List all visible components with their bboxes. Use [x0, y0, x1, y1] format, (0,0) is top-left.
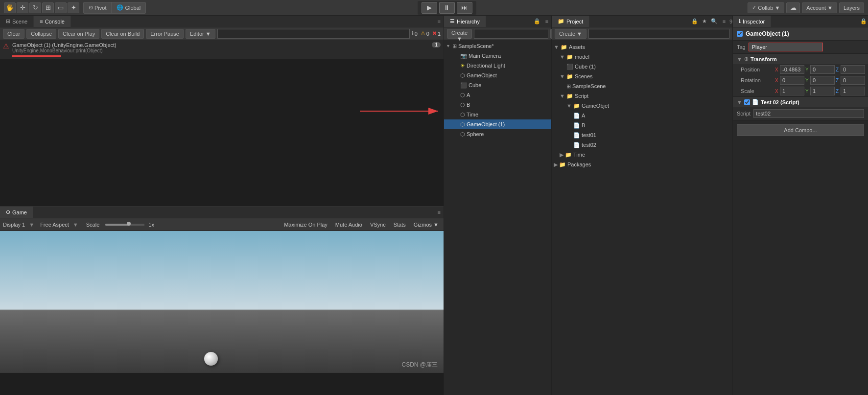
object-active-checkbox[interactable]	[737, 31, 743, 37]
rect-tool-btn[interactable]: ▭	[55, 2, 67, 13]
inspector-lock-icon[interactable]: 🔒	[859, 17, 868, 26]
move-tool-btn[interactable]: ✛	[17, 2, 28, 13]
scale-tool-btn[interactable]: ⊞	[42, 2, 54, 13]
tag-value-input[interactable]	[749, 43, 823, 51]
time-label: Time	[467, 112, 478, 117]
rot-z-input[interactable]	[841, 76, 865, 85]
transform-tool-btn[interactable]: ✦	[68, 2, 79, 13]
rot-x-input[interactable]	[780, 76, 804, 85]
rotate-tool-btn[interactable]: ↻	[29, 2, 41, 13]
gizmos-btn[interactable]: Gizmos ▼	[412, 221, 441, 228]
hierarchy-gameobject-1[interactable]: ⬡ GameObject (1)	[444, 119, 551, 129]
hierarchy-directional-light[interactable]: ☀ Directional Light	[444, 61, 551, 70]
create-label: Create	[451, 30, 468, 36]
clear-btn[interactable]: Clear	[3, 29, 24, 39]
error-pause-btn[interactable]: Error Pause	[146, 29, 184, 39]
stats-btn[interactable]: Stats	[392, 221, 408, 228]
inspector-tab-label: Inspector	[743, 19, 765, 24]
account-btn[interactable]: Account ▼	[802, 2, 837, 13]
editor-dropdown-icon: ▼	[206, 31, 211, 37]
project-star-icon[interactable]: ★	[700, 17, 709, 26]
console-entry[interactable]: ⚠ GameObject (1) (UnityEngine.GameObject…	[0, 40, 444, 59]
vsync-btn[interactable]: VSync	[368, 221, 388, 228]
tab-inspector[interactable]: ℹ Inspector	[733, 16, 771, 27]
b-script-label: B	[582, 122, 585, 128]
tab-scene[interactable]: ⊞ Scene	[0, 16, 34, 27]
layers-btn[interactable]: Layers	[839, 2, 864, 13]
project-create-btn[interactable]: Create ▼	[555, 29, 586, 39]
scale-x-input[interactable]	[780, 87, 804, 95]
tab-project[interactable]: 📁 Project	[552, 16, 589, 27]
hierarchy-gameobject[interactable]: ⬡ GameObject	[444, 70, 551, 80]
tab-menu-btn[interactable]: ≡	[435, 16, 444, 27]
gameobject-1-label: GameObject (1)	[467, 121, 505, 127]
hierarchy-a[interactable]: ⬡ A	[444, 90, 551, 100]
b-label: B	[467, 102, 470, 108]
a-script-icon: 📄	[573, 113, 580, 119]
collab-dropdown-icon: ▼	[774, 5, 780, 11]
scale-slider[interactable]	[105, 224, 144, 226]
hand-tool-btn[interactable]: 🖐	[4, 2, 16, 13]
pos-y-input[interactable]	[810, 65, 835, 74]
hierarchy-b[interactable]: ⬡ B	[444, 100, 551, 110]
project-model[interactable]: ▼ 📁 model	[552, 52, 732, 62]
project-search-icon[interactable]: 🔍	[710, 17, 719, 26]
project-packages[interactable]: ▶ 📁 Packages	[552, 160, 732, 169]
tab-console[interactable]: ≡ Console	[34, 16, 71, 27]
global-label: Global	[125, 5, 141, 11]
project-assets[interactable]: ▼ 📁 Assets	[552, 42, 732, 52]
project-b-script[interactable]: 📄 B	[552, 120, 732, 130]
global-btn[interactable]: 🌐 Global	[112, 2, 145, 13]
console-search-input[interactable]	[217, 29, 410, 39]
pause-btn[interactable]: ⏸	[439, 2, 455, 14]
log-line1: GameObject (1) (UnityEngine.GameObject)	[12, 42, 430, 48]
hierarchy-search-input[interactable]	[474, 29, 548, 39]
rot-y-input[interactable]	[810, 76, 835, 85]
step-btn[interactable]: ⏭	[457, 2, 472, 14]
collapse-btn[interactable]: Collapse	[26, 29, 56, 39]
script-active-checkbox[interactable]	[744, 99, 750, 105]
project-search-input[interactable]	[588, 29, 729, 39]
mute-audio-btn[interactable]: Mute Audio	[333, 221, 364, 228]
script-value-input[interactable]	[753, 109, 864, 118]
scene-root-item[interactable]: ▼ ⊞ SampleScene*	[444, 41, 551, 51]
game-tab-menu-btn[interactable]: ≡	[435, 207, 444, 218]
transform-header[interactable]: ▼ ⊕ Transform	[733, 54, 868, 64]
script-component-header[interactable]: ▼ 📄 Test 02 (Script)	[733, 97, 868, 107]
hierarchy-lock-icon[interactable]: 🔒	[533, 17, 541, 26]
editor-btn[interactable]: Editor ▼	[186, 29, 215, 39]
hierarchy-create-btn[interactable]: Create ▼	[447, 29, 472, 39]
project-a-script[interactable]: 📄 A	[552, 111, 732, 120]
pos-z-input[interactable]	[841, 65, 865, 74]
project-script[interactable]: ▼ 📁 Script	[552, 91, 732, 101]
tab-hierarchy[interactable]: ☰ Hierarchy	[444, 16, 486, 27]
project-lock-icon[interactable]: 🔒	[690, 17, 699, 26]
project-sample-scene[interactable]: ⊞ SampleScene	[552, 81, 732, 91]
project-menu-icon[interactable]: ≡	[720, 17, 728, 26]
maximize-on-play-btn[interactable]: Maximize On Play	[282, 221, 329, 228]
hierarchy-menu-icon[interactable]: ≡	[542, 17, 551, 26]
tab-game[interactable]: ⊙ Game	[0, 207, 33, 218]
project-test02[interactable]: 📄 test02	[552, 140, 732, 150]
clear-on-build-btn[interactable]: Clear on Build	[101, 29, 144, 39]
pivot-btn[interactable]: ⊙ Pivot	[84, 2, 112, 13]
collab-btn[interactable]: ✓ Collab ▼	[748, 2, 784, 13]
project-time-folder[interactable]: ▶ 📁 Time	[552, 150, 732, 160]
gameobjet-label: GameObjet	[582, 103, 609, 109]
hierarchy-sphere[interactable]: ⬡ Sphere	[444, 129, 551, 139]
hierarchy-cube[interactable]: ⬛ Cube	[444, 80, 551, 90]
clear-on-play-btn[interactable]: Clear on Play	[58, 29, 99, 39]
hierarchy-main-camera[interactable]: 📷 Main Camera	[444, 51, 551, 61]
add-component-btn[interactable]: Add Compo...	[737, 124, 864, 136]
pos-x-input[interactable]	[780, 65, 804, 74]
hierarchy-time[interactable]: ⬡ Time	[444, 110, 551, 119]
project-create-label: Create	[559, 31, 575, 37]
project-gameobjet[interactable]: ▼ 📁 GameObjet	[552, 101, 732, 111]
scale-z-input[interactable]	[841, 87, 865, 95]
project-cube1[interactable]: ⬛ Cube (1)	[552, 62, 732, 71]
project-test01[interactable]: 📄 test01	[552, 130, 732, 140]
project-scenes[interactable]: ▼ 📁 Scenes	[552, 71, 732, 81]
cloud-btn[interactable]: ☁	[786, 2, 800, 13]
scale-y-input[interactable]	[810, 87, 835, 95]
play-btn[interactable]: ▶	[422, 2, 437, 14]
